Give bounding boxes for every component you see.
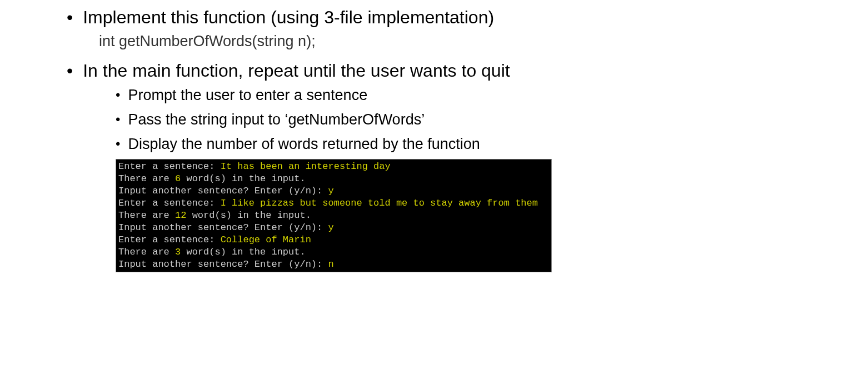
bullet-dot-icon: • <box>116 109 120 130</box>
sub-bullet-item: • Prompt the user to enter a sentence <box>116 84 868 106</box>
code-signature: int getNumberOfWords(string n); <box>99 31 868 51</box>
bullet-item-2: • In the main function, repeat until the… <box>67 59 868 82</box>
bullet-text: In the main function, repeat until the u… <box>83 59 510 82</box>
sub-bullet-item: • Display the number of words returned b… <box>116 133 868 154</box>
bullet-dot-icon: • <box>67 59 73 82</box>
bullet-item-1: • Implement this function (using 3-file … <box>67 6 868 29</box>
bullet-dot-icon: • <box>67 6 73 29</box>
terminal-output: Enter a sentence: It has been an interes… <box>116 159 552 272</box>
slide-content: • Implement this function (using 3-file … <box>0 6 868 272</box>
sub-bullet-item: • Pass the string input to ‘getNumberOfW… <box>116 109 868 130</box>
bullet-text: Implement this function (using 3-file im… <box>83 6 494 29</box>
sub-bullet-text: Display the number of words returned by … <box>128 133 480 154</box>
sub-bullet-text: Prompt the user to enter a sentence <box>128 84 367 106</box>
sub-bullet-text: Pass the string input to ‘getNumberOfWor… <box>128 109 425 130</box>
bullet-dot-icon: • <box>116 84 120 106</box>
sub-bullet-list: • Prompt the user to enter a sentence • … <box>116 84 868 154</box>
bullet-dot-icon: • <box>116 133 120 154</box>
